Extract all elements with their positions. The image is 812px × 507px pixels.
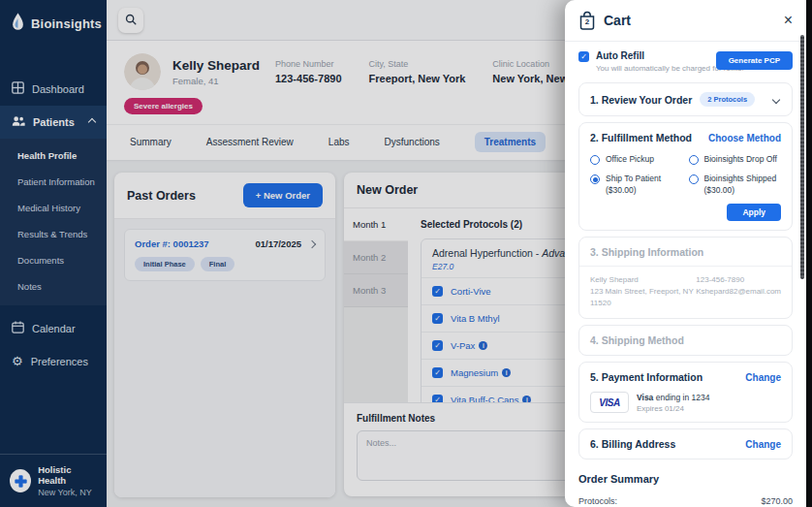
app-screen: Bioinsights Dashboard Patients Health Pr… (0, 0, 812, 507)
radio-icon[interactable] (590, 155, 600, 165)
cart-count: 2 (578, 17, 596, 26)
auto-refill-row: Auto Refill You will automatically be ch… (565, 42, 806, 80)
radio-bioinsights-shipped[interactable]: Bioinsights Shipped ($30.00) (689, 174, 782, 195)
apply-button[interactable]: Apply (727, 204, 781, 221)
radio-icon[interactable] (689, 155, 699, 165)
shipping-phone: 123-456-7890 (696, 274, 781, 286)
summary-row-protocols: Protocols: $270.00 (578, 492, 793, 507)
generate-pcp-button[interactable]: Generate PCP (716, 51, 793, 70)
shipping-email: Kshepard82@email.com (696, 286, 781, 298)
visa-logo: VISA (590, 392, 629, 413)
order-summary-title: Order Summary (578, 473, 793, 485)
cart-title: Cart (604, 13, 631, 28)
change-billing-link[interactable]: Change (745, 439, 781, 450)
section-shipping-information: 3. Shipping Information Kelly Shepard 12… (578, 237, 793, 319)
card-ending: ending in 1234 (653, 393, 709, 402)
cart-bag-icon: 2 (578, 11, 596, 30)
card-expiry: Expires 01/24 (637, 404, 709, 413)
section-title: 1. Review Your Order (590, 94, 692, 106)
window-edge-strip (806, 0, 812, 507)
card-brand: Visa (637, 393, 653, 402)
radio-drop-off[interactable]: Bioinsights Drop Off (689, 154, 782, 165)
order-summary: Order Summary Protocols: $270.00 Shippin… (565, 465, 806, 507)
choose-method-link[interactable]: Choose Method (708, 133, 781, 143)
shipping-name: Kelly Shepard (590, 274, 696, 286)
option-price: ($30.00) (704, 185, 777, 195)
section-title: 6. Billing Address (590, 438, 675, 450)
shipping-address: 123 Main Street, Freeport, NY 11520 (590, 286, 696, 309)
radio-selected-icon[interactable] (590, 174, 600, 184)
radio-ship-to-patient[interactable]: Ship To Patient ($30.00) (590, 174, 683, 195)
cart-drawer: 2 Cart × Auto Refill You will automatica… (565, 0, 806, 507)
radio-icon[interactable] (689, 174, 699, 184)
section-billing-address: 6. Billing Address Change (578, 428, 793, 459)
auto-refill-checkbox[interactable] (578, 51, 589, 62)
radio-office-pickup[interactable]: Office Pickup (590, 154, 683, 165)
section-shipping-method: 4. Shipping Method (578, 325, 793, 356)
section-title: 2. Fulfillment Method (590, 132, 692, 143)
section-fulfillment-method: 2. Fulfillment Method Choose Method Offi… (578, 122, 793, 231)
option-price: ($30.00) (606, 185, 661, 195)
section-title: 5. Payment Information (590, 371, 703, 383)
close-icon[interactable]: × (784, 13, 793, 28)
section-review-order[interactable]: 1. Review Your Order 2 Protocols (578, 82, 793, 116)
chevron-down-icon[interactable] (772, 95, 780, 103)
section-payment-information: 5. Payment Information Change VISA Visa … (578, 362, 793, 423)
section-title: 4. Shipping Method (590, 334, 684, 346)
protocols-count-badge: 2 Protocols (700, 92, 755, 107)
change-payment-link[interactable]: Change (745, 372, 781, 383)
drawer-scrollbar[interactable] (800, 35, 804, 279)
section-title: 3. Shipping Information (590, 246, 703, 258)
